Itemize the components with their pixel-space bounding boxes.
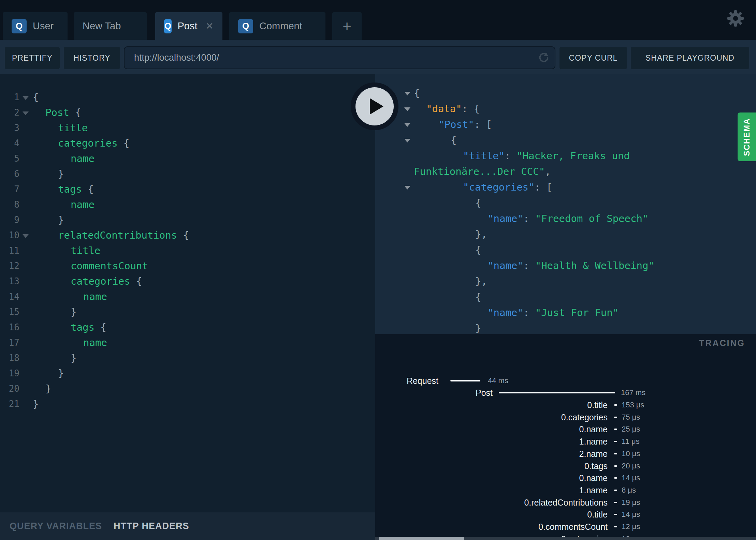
editor-code: commentsCount: [71, 258, 148, 274]
collapse-arrow-icon[interactable]: [404, 139, 410, 142]
editor-line: 18}: [0, 350, 375, 366]
tab-bar: QUserNew TabQPost✕QComment +: [0, 0, 756, 40]
code-token: name: [71, 199, 94, 210]
code-token: Funktionäre...Der CCC": [414, 166, 545, 177]
editor-code: }: [33, 396, 39, 412]
code-token: "Post": [438, 119, 474, 130]
trace-field-dash: [614, 429, 617, 430]
line-number: 8: [0, 197, 19, 212]
collapse-arrow-icon[interactable]: [404, 107, 410, 111]
new-tab-button[interactable]: +: [332, 12, 362, 40]
trace-field-dash: [614, 477, 617, 479]
response-line: },: [375, 226, 756, 242]
code-token: }: [33, 398, 39, 410]
copy-curl-button[interactable]: COPY CURL: [559, 47, 627, 69]
code-token: {: [94, 321, 106, 333]
tracing-hscrollbar-thumb[interactable]: [379, 537, 464, 540]
trace-field-row: 0.commentsCount12 μs: [375, 521, 756, 533]
tab-comment[interactable]: QComment: [229, 12, 325, 40]
line-number: 9: [0, 212, 19, 228]
editor-line: 17name: [0, 335, 375, 350]
response-lines: {"data": {"Post": [{"title": "Hacker, Fr…: [375, 85, 756, 334]
editor-code: relatedContributions {: [58, 228, 189, 243]
line-number: 10: [0, 228, 19, 243]
code-token: tags: [58, 183, 82, 195]
endpoint-url-input[interactable]: [124, 46, 555, 69]
code-token: }: [71, 306, 76, 318]
tab-label: New Tab: [83, 20, 121, 32]
history-button[interactable]: HISTORY: [64, 47, 120, 69]
collapse-arrow-icon[interactable]: [404, 123, 410, 127]
response-pane[interactable]: {"data": {"Post": [{"title": "Hacker, Fr…: [375, 74, 756, 334]
trace-field-row: 0.tags20 μs: [375, 460, 756, 472]
http-headers-tab[interactable]: HTTP HEADERS: [114, 521, 189, 531]
editor-line: 2Post {: [0, 105, 375, 120]
response-code: }: [475, 320, 481, 334]
collapse-arrow-icon[interactable]: [404, 92, 410, 95]
trace-field-value: 14 μs: [622, 508, 640, 521]
response-code: "Post": [: [438, 117, 492, 132]
tab-user[interactable]: QUser: [3, 12, 68, 40]
code-token: }: [58, 368, 64, 379]
editor-code: name: [83, 335, 107, 350]
line-number: 19: [0, 366, 19, 381]
editor-code: name: [83, 289, 107, 304]
trace-field-value: 14 μs: [622, 472, 640, 484]
code-token: ,: [545, 166, 551, 177]
code-token: "Freedom of Speech": [535, 213, 649, 224]
code-token: {: [451, 134, 456, 146]
tracing-hscrollbar-track[interactable]: [375, 537, 756, 540]
toolbar: PRETTIFY HISTORY COPY CURL SHARE PLAYGRO…: [0, 40, 756, 74]
editor-line: 8name: [0, 197, 375, 212]
trace-field-value: 19 μs: [622, 496, 640, 509]
close-tab-icon[interactable]: ✕: [206, 20, 214, 32]
collapse-arrow-icon[interactable]: [404, 186, 410, 190]
settings-gear-icon[interactable]: [726, 9, 745, 28]
query-variables-tab[interactable]: QUERY VARIABLES: [10, 521, 102, 531]
response-code: {: [475, 195, 481, 211]
trace-field-dash: [614, 404, 617, 406]
code-token: {: [33, 91, 39, 103]
code-token: "Just For Fun": [535, 307, 619, 318]
trace-field-value: 25 μs: [622, 423, 640, 435]
line-number: 18: [0, 350, 19, 366]
line-number: 14: [0, 289, 19, 304]
schema-side-tab-label: SCHEMA: [742, 118, 752, 156]
reload-icon[interactable]: [537, 51, 551, 65]
trace-field-row: 2.name10 μs: [375, 448, 756, 460]
query-editor-pane[interactable]: 1{2Post {3title4categories {5name6}7tags…: [0, 74, 375, 512]
code-token: {: [414, 87, 420, 99]
response-line: "name": "Freedom of Speech": [375, 211, 756, 226]
editor-code: }: [58, 212, 64, 228]
prettify-button[interactable]: PRETTIFY: [5, 47, 60, 69]
trace-field-label: 2.name: [375, 448, 608, 460]
fold-arrow-icon[interactable]: [23, 234, 29, 238]
fold-arrow-icon[interactable]: [23, 96, 29, 100]
schema-side-tab[interactable]: SCHEMA: [738, 112, 756, 161]
line-number: 12: [0, 258, 19, 274]
code-token: :: [523, 260, 535, 271]
response-line: "Post": [: [375, 117, 756, 132]
share-playground-button[interactable]: SHARE PLAYGROUND: [631, 47, 749, 69]
response-code: {: [451, 132, 456, 148]
trace-field-row: 0.name14 μs: [375, 472, 756, 484]
code-token: {: [82, 183, 94, 195]
editor-code: title: [71, 243, 100, 258]
trace-field-dash: [614, 490, 617, 491]
line-number: 2: [0, 105, 19, 120]
trace-field-dash: [614, 417, 617, 418]
response-line: {: [375, 132, 756, 148]
tab-post[interactable]: QPost✕: [155, 12, 222, 40]
code-token: {: [118, 137, 130, 149]
tab-label: User: [33, 20, 54, 32]
response-code: "data": {: [426, 101, 480, 117]
query-type-badge: Q: [238, 19, 253, 33]
editor-line: 10relatedContributions {: [0, 228, 375, 243]
code-token: }: [71, 352, 76, 364]
execute-play-button[interactable]: [351, 82, 398, 130]
editor-code: tags {: [71, 320, 106, 335]
fold-arrow-icon[interactable]: [23, 111, 29, 115]
code-token: {: [475, 244, 481, 256]
tab-new-tab[interactable]: New Tab: [74, 12, 147, 40]
trace-field-label: 1.name: [375, 435, 608, 448]
